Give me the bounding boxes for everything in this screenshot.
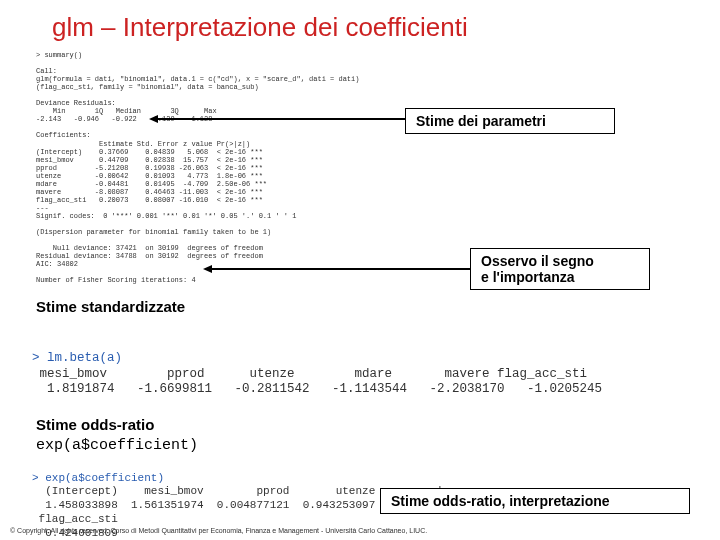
slide: glm – Interpretazione dei coefficienti >…: [0, 0, 720, 540]
lmbeta-command: > lm.beta(a): [32, 351, 122, 365]
label-stime-odds-ratio: Stime odds-ratio: [36, 416, 708, 433]
exp-command: > exp(a$coefficient): [32, 472, 164, 484]
callout-osservo-line1: Osservo il segno: [481, 253, 594, 269]
callout-odds-interpretazione: Stime odds-ratio, interpretazione: [380, 488, 690, 514]
label-stime-standardizzate: Stime standardizzate: [36, 298, 708, 315]
exp-code-line: exp(a$coefficient): [36, 437, 708, 454]
slide-title: glm – Interpretazione dei coefficienti: [52, 12, 708, 43]
callout-osservo-line2: e l'importanza: [481, 269, 575, 285]
callout-osservo: Osservo il segno e l'importanza: [470, 248, 650, 290]
copyright-footer: © Copyright. All rights reserved. Corso …: [10, 527, 427, 534]
lmbeta-output: > lm.beta(a) mesi_bmov pprod utenze mdar…: [32, 335, 708, 398]
callout-stime-parametri: Stime dei parametri: [405, 108, 615, 134]
exp-headers2: flag_acc_sti: [32, 513, 118, 525]
lmbeta-values: 1.8191874 -1.6699811 -0.2811542 -1.11435…: [32, 382, 602, 396]
lmbeta-headers: mesi_bmov pprod utenze mdare mavere flag…: [32, 367, 587, 381]
